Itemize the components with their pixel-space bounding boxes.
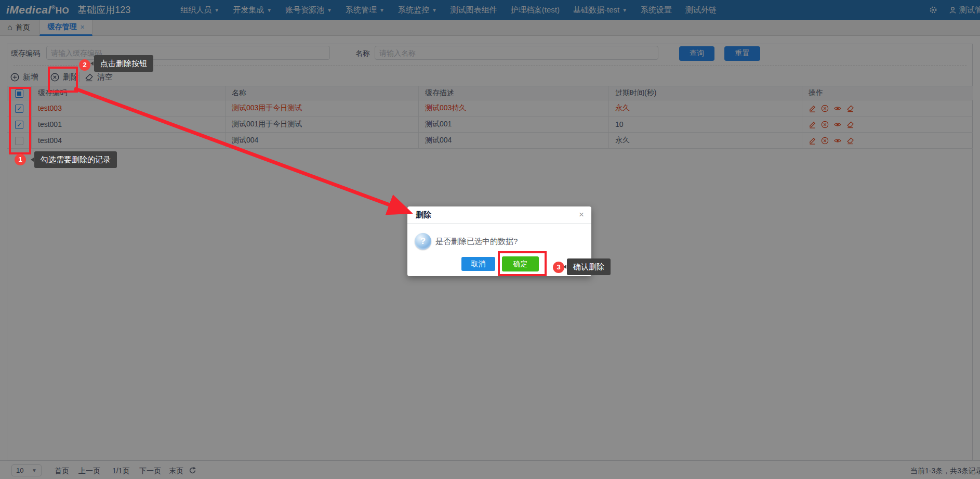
confirm-button[interactable]: 确定 <box>502 256 539 271</box>
step-tooltip-3: 确认删除 <box>567 258 611 275</box>
dialog-header: 删除 <box>407 206 591 224</box>
step-badge-3: 3 <box>553 262 564 273</box>
step-tooltip-1: 勾选需要删除的记录 <box>34 151 117 168</box>
step-badge-2: 2 <box>79 59 90 71</box>
close-icon[interactable]: × <box>579 210 584 219</box>
question-icon: ? <box>415 233 431 250</box>
step-badge-1: 1 <box>15 154 26 165</box>
step-tooltip-2: 点击删除按钮 <box>94 55 153 72</box>
cancel-button[interactable]: 取消 <box>461 257 495 271</box>
dialog-message: 是否删除已选中的数据? <box>435 237 518 247</box>
dialog-title: 删除 <box>416 210 431 220</box>
